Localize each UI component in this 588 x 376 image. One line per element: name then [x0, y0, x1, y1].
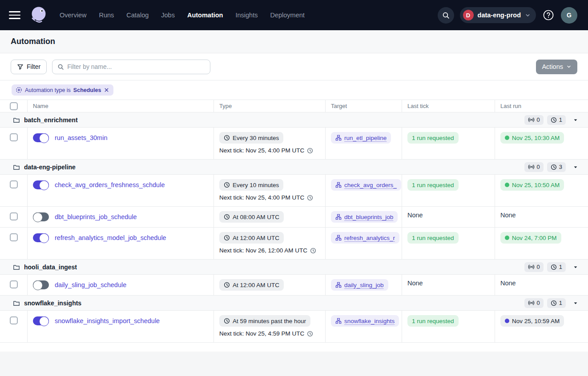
help-button[interactable] — [542, 8, 555, 22]
dagster-logo[interactable] — [29, 6, 48, 24]
last-tick-pill[interactable]: 1 run requested — [407, 232, 459, 244]
deployment-switcher[interactable]: D data-eng-prod — [460, 7, 536, 23]
collapse-group-button[interactable] — [573, 264, 578, 270]
target-pill[interactable]: daily_sling_job — [331, 279, 388, 291]
job-icon — [335, 214, 342, 220]
user-avatar[interactable]: G — [561, 7, 577, 24]
clock-icon — [224, 282, 230, 288]
schedule-name-link[interactable]: snowflake_insights_import_schedule — [55, 316, 160, 325]
row-checkbox[interactable] — [10, 280, 18, 288]
target-pill[interactable]: dbt_blueprints_job — [331, 211, 398, 223]
group-row: data-eng-pipeline 0 3 — [0, 160, 588, 175]
sensor-count-badge: 0 — [524, 115, 544, 125]
hamburger-menu-icon[interactable] — [9, 11, 20, 19]
collapse-group-button[interactable] — [573, 300, 578, 306]
target-pill[interactable]: refresh_analytics_r — [331, 232, 399, 244]
schedule-count-badge: 1 — [547, 262, 566, 272]
nav-item-automation[interactable]: Automation — [187, 12, 223, 19]
schedule-count-badge: 1 — [547, 115, 566, 125]
page-title: Automation — [11, 37, 55, 46]
last-tick-pill[interactable]: 1 run requested — [407, 315, 459, 327]
nav-item-jobs[interactable]: Jobs — [161, 12, 175, 19]
sensor-count-badge: 0 — [524, 298, 544, 308]
schedule-cadence-pill: At 08:00 AM UTC — [219, 211, 284, 223]
clock-icon — [551, 300, 557, 306]
search-button[interactable] — [438, 7, 454, 24]
caret-down-icon — [573, 300, 578, 306]
table-row: run_assets_30min Every 30 minutes Next t… — [0, 128, 588, 160]
sensor-count-badge: 0 — [524, 162, 544, 172]
folder-icon — [13, 300, 20, 307]
target-pill[interactable]: check_avg_orders_ — [331, 179, 401, 191]
schedule-name-link[interactable]: refresh_analytics_model_job_schedule — [55, 233, 166, 242]
schedule-toggle[interactable] — [33, 212, 49, 221]
nav-item-deployment[interactable]: Deployment — [270, 12, 304, 19]
remove-filter-icon[interactable] — [104, 87, 109, 93]
group-row: batch_enrichment 0 1 — [0, 112, 588, 128]
job-icon — [335, 235, 342, 241]
row-checkbox[interactable] — [10, 316, 18, 324]
last-run-pill[interactable]: Nov 25, 10:59 AM — [500, 315, 564, 327]
group-name: data-eng-pipeline — [24, 164, 76, 171]
column-header-type: Type — [213, 100, 325, 112]
row-checkbox[interactable] — [10, 133, 18, 141]
row-checkbox[interactable] — [10, 180, 18, 188]
last-tick-pill[interactable]: 1 run requested — [407, 179, 459, 191]
last-run-pill[interactable]: Nov 25, 10:30 AM — [500, 132, 564, 144]
clock-icon — [224, 214, 230, 220]
schedule-toggle[interactable] — [33, 133, 49, 142]
column-header-target: Target — [325, 100, 402, 112]
table-row: daily_sling_job_schedule At 12:00 AM UTC… — [0, 275, 588, 296]
job-icon — [335, 182, 342, 188]
nav-item-insights[interactable]: Insights — [235, 12, 258, 19]
automation-type-filter-chip[interactable]: Automation type is Schedules — [12, 84, 113, 96]
nav-item-overview[interactable]: Overview — [60, 12, 86, 19]
actions-button[interactable]: Actions — [536, 60, 577, 74]
sensor-icon — [528, 164, 535, 170]
row-checkbox[interactable] — [10, 233, 18, 241]
column-header-name: Name — [27, 100, 213, 112]
schedule-cadence-pill: At 12:00 AM UTC — [219, 232, 284, 244]
row-checkbox[interactable] — [10, 212, 18, 220]
column-header-last-run: Last run — [495, 100, 588, 112]
collapse-group-button[interactable] — [573, 164, 578, 170]
schedule-name-link[interactable]: run_assets_30min — [55, 133, 108, 142]
run-status-dot — [505, 183, 509, 187]
clock-icon — [307, 331, 313, 337]
target-pill[interactable]: snowflake_insights — [331, 315, 399, 327]
sensor-icon — [528, 300, 535, 306]
caret-down-icon — [573, 117, 578, 123]
schedule-cadence-pill: At 59 minutes past the hour — [219, 315, 310, 327]
nav-item-runs[interactable]: Runs — [99, 12, 114, 19]
schedule-name-link[interactable]: daily_sling_job_schedule — [55, 280, 126, 289]
filter-button[interactable]: Filter — [11, 60, 47, 74]
collapse-group-button[interactable] — [573, 117, 578, 123]
name-filter-input[interactable] — [67, 63, 205, 70]
clock-icon — [224, 318, 230, 324]
chevron-down-icon — [566, 64, 572, 69]
nav-item-catalog[interactable]: Catalog — [126, 12, 149, 19]
group-name: snowflake_insights — [24, 300, 81, 307]
select-all-checkbox[interactable] — [10, 102, 18, 110]
schedule-toggle[interactable] — [33, 280, 49, 289]
last-run-none: None — [500, 274, 516, 287]
job-icon — [335, 282, 342, 288]
table-row: dbt_blueprints_job_schedule At 08:00 AM … — [0, 207, 588, 228]
name-filter-field — [52, 60, 210, 74]
schedule-name-link[interactable]: check_avg_orders_freshness_schdule — [55, 180, 165, 189]
deployment-badge: D — [463, 10, 474, 20]
content-bottom-spacer — [0, 343, 588, 352]
schedule-toggle[interactable] — [33, 233, 49, 242]
group-name: hooli_data_ingest — [24, 264, 77, 271]
last-tick-pill[interactable]: 1 run requested — [407, 132, 459, 144]
run-status-dot — [505, 319, 509, 323]
schedule-toggle[interactable] — [33, 316, 49, 325]
last-run-pill[interactable]: Nov 24, 7:00 PM — [500, 232, 561, 244]
table-row: refresh_analytics_model_job_schedule At … — [0, 228, 588, 260]
last-run-pill[interactable]: Nov 25, 10:50 AM — [500, 179, 564, 191]
schedule-name-link[interactable]: dbt_blueprints_job_schedule — [55, 212, 137, 221]
clock-icon — [224, 135, 230, 141]
schedule-toggle[interactable] — [33, 180, 49, 189]
target-pill[interactable]: run_etl_pipeline — [331, 132, 391, 144]
sensor-count-badge: 0 — [524, 262, 544, 272]
